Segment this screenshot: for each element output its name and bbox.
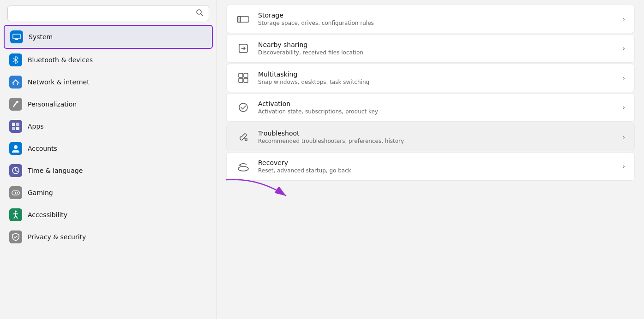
sidebar-label-network: Network & internet	[28, 78, 90, 86]
storage-text: StorageStorage space, drives, configurat…	[258, 12, 615, 26]
svg-rect-26	[238, 17, 241, 22]
settings-item-troubleshoot[interactable]: TroubleshootRecommended troubleshooters,…	[226, 123, 635, 151]
accessibility-icon	[9, 208, 22, 221]
svg-rect-10	[12, 127, 15, 130]
settings-item-nearby-sharing[interactable]: Nearby sharingDiscoverability, received …	[226, 34, 635, 63]
system-icon	[10, 30, 23, 43]
recovery-text: RecoveryReset, advanced startup, go back	[258, 159, 615, 174]
svg-point-18	[17, 193, 18, 194]
search-bar[interactable]	[7, 6, 209, 21]
accounts-icon	[9, 142, 22, 155]
multitasking-title: Multitasking	[258, 71, 615, 78]
settings-item-storage[interactable]: StorageStorage space, drives, configurat…	[226, 5, 635, 33]
sidebar-item-system[interactable]: System	[4, 25, 213, 49]
svg-line-23	[16, 216, 18, 219]
nav-list: SystemBluetooth & devicesNetwork & inter…	[0, 25, 217, 248]
bluetooth-icon	[9, 53, 22, 66]
sidebar-label-personalization: Personalization	[28, 100, 77, 108]
svg-rect-29	[244, 73, 248, 77]
sidebar-label-time: Time & language	[28, 167, 83, 174]
svg-point-12	[14, 145, 18, 149]
activation-title: Activation	[258, 100, 615, 107]
recovery-desc: Reset, advanced startup, go back	[258, 167, 615, 174]
sidebar-label-accounts: Accounts	[28, 145, 57, 152]
svg-rect-9	[16, 123, 19, 126]
nearby-sharing-desc: Discoverability, received files location	[258, 49, 615, 56]
svg-rect-28	[239, 73, 243, 77]
svg-point-19	[15, 211, 17, 213]
settings-item-activation[interactable]: ActivationActivation state, subscription…	[226, 93, 635, 122]
sidebar-label-gaming: Gaming	[28, 189, 53, 196]
sidebar-label-privacy: Privacy & security	[28, 233, 86, 241]
troubleshoot-chevron-icon: ›	[622, 133, 625, 141]
settings-item-multitasking[interactable]: MultitaskingSnap windows, desktops, task…	[226, 64, 635, 92]
nearby-sharing-icon	[236, 41, 251, 56]
multitasking-desc: Snap windows, desktops, task switching	[258, 79, 615, 85]
sidebar-item-personalization[interactable]: Personalization	[4, 93, 213, 115]
time-icon	[9, 164, 22, 177]
nearby-sharing-text: Nearby sharingDiscoverability, received …	[258, 41, 615, 56]
troubleshoot-title: Troubleshoot	[258, 130, 615, 137]
svg-rect-31	[244, 78, 248, 83]
search-icon	[196, 9, 203, 18]
sidebar-item-privacy[interactable]: Privacy & security	[4, 226, 213, 248]
sidebar-item-bluetooth[interactable]: Bluetooth & devices	[4, 49, 213, 71]
svg-rect-30	[239, 78, 243, 83]
sidebar-label-apps: Apps	[28, 123, 44, 130]
privacy-icon	[9, 230, 22, 243]
sidebar-label-accessibility: Accessibility	[28, 211, 67, 219]
sidebar-item-network[interactable]: Network & internet	[4, 71, 213, 93]
svg-rect-4	[14, 39, 19, 39]
svg-line-22	[14, 216, 16, 219]
activation-icon	[236, 100, 251, 115]
multitasking-icon	[236, 71, 251, 85]
svg-point-32	[239, 103, 247, 112]
svg-point-7	[17, 101, 18, 103]
personalization-icon	[9, 98, 22, 111]
sidebar-item-accounts[interactable]: Accounts	[4, 137, 213, 160]
sidebar-label-bluetooth: Bluetooth & devices	[28, 56, 93, 64]
sidebar: SystemBluetooth & devicesNetwork & inter…	[0, 0, 217, 319]
svg-rect-8	[12, 123, 15, 126]
sidebar-item-gaming[interactable]: Gaming	[4, 182, 213, 204]
svg-rect-3	[15, 39, 18, 40]
nearby-sharing-chevron-icon: ›	[622, 45, 625, 52]
activation-text: ActivationActivation state, subscription…	[258, 100, 615, 115]
network-icon	[9, 76, 22, 89]
app-container: SystemBluetooth & devicesNetwork & inter…	[0, 0, 644, 319]
svg-point-17	[17, 192, 18, 193]
troubleshoot-icon	[236, 130, 251, 144]
multitasking-chevron-icon: ›	[622, 74, 625, 82]
multitasking-text: MultitaskingSnap windows, desktops, task…	[258, 71, 615, 85]
storage-icon	[236, 12, 251, 26]
troubleshoot-desc: Recommended troubleshooters, preferences…	[258, 138, 615, 144]
activation-desc: Activation state, subscriptions, product…	[258, 108, 615, 115]
svg-rect-11	[16, 127, 19, 130]
storage-title: Storage	[258, 12, 615, 19]
settings-list: StorageStorage space, drives, configurat…	[226, 5, 635, 181]
svg-point-33	[238, 166, 248, 171]
activation-chevron-icon: ›	[622, 104, 625, 111]
storage-chevron-icon: ›	[622, 15, 625, 23]
sidebar-item-accessibility[interactable]: Accessibility	[4, 204, 213, 226]
gaming-icon	[9, 186, 22, 199]
settings-item-recovery[interactable]: RecoveryReset, advanced startup, go back…	[226, 152, 635, 181]
content-area: StorageStorage space, drives, configurat…	[217, 0, 644, 319]
recovery-title: Recovery	[258, 159, 615, 166]
sidebar-item-time[interactable]: Time & language	[4, 160, 213, 182]
sidebar-label-system: System	[29, 33, 53, 41]
recovery-icon	[236, 159, 251, 174]
sidebar-item-apps[interactable]: Apps	[4, 115, 213, 137]
svg-rect-2	[13, 34, 20, 39]
troubleshoot-text: TroubleshootRecommended troubleshooters,…	[258, 130, 615, 144]
svg-line-1	[201, 14, 203, 16]
recovery-chevron-icon: ›	[622, 163, 625, 170]
storage-desc: Storage space, drives, configuration rul…	[258, 20, 615, 26]
apps-icon	[9, 120, 22, 133]
search-input[interactable]	[13, 10, 192, 17]
nearby-sharing-title: Nearby sharing	[258, 41, 615, 48]
